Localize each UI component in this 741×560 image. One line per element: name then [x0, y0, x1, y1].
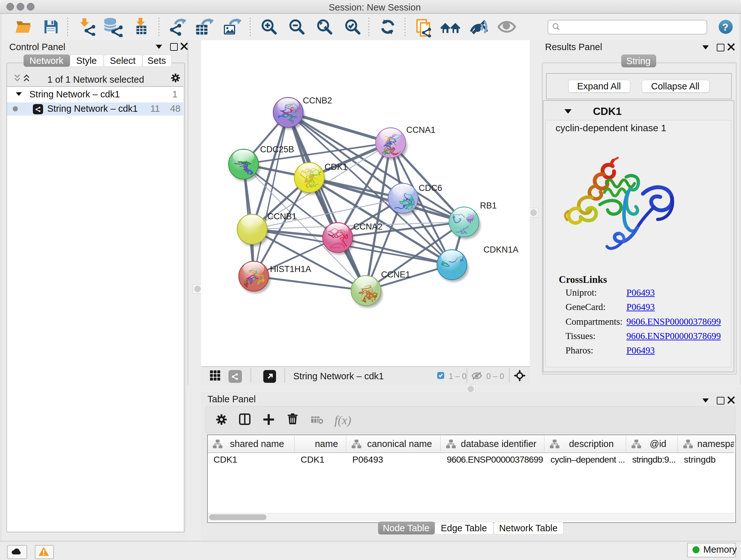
- svg-text:CDKN1A: CDKN1A: [483, 245, 519, 254]
- svg-text:CCNB2: CCNB2: [303, 96, 332, 105]
- svg-text:CDC6: CDC6: [419, 183, 442, 193]
- svg-text:HIST1H1A: HIST1H1A: [270, 264, 311, 274]
- svg-text:CDK1: CDK1: [325, 162, 347, 172]
- svg-text:CCNE1: CCNE1: [381, 270, 410, 279]
- svg-text:CCNA2: CCNA2: [353, 222, 383, 232]
- svg-text:CDC25B: CDC25B: [260, 145, 294, 154]
- svg-text:CCNB1: CCNB1: [267, 212, 297, 221]
- svg-text:RB1: RB1: [480, 201, 497, 210]
- svg-text:CCNA1: CCNA1: [406, 125, 435, 135]
